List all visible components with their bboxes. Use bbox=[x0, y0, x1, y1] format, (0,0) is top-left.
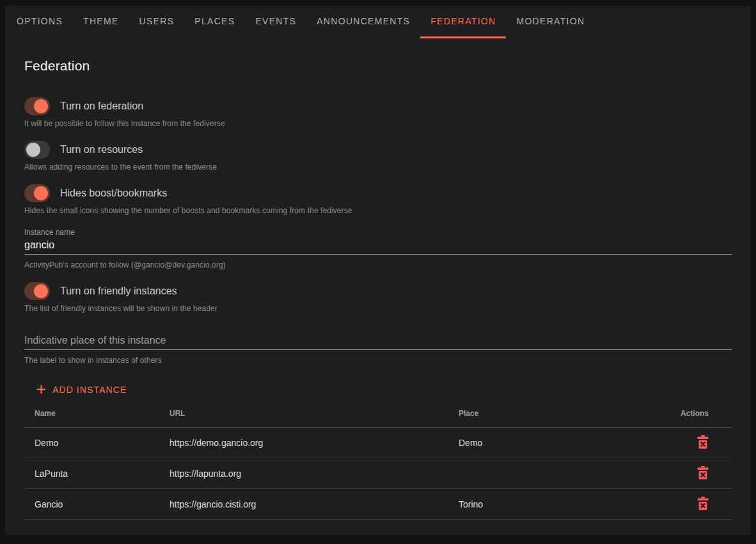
resources-toggle-hint: Allows adding resources to the event fro… bbox=[24, 163, 732, 172]
instance-place-cell bbox=[448, 458, 659, 489]
table-row: Gancio https://gancio.cisti.org Torino bbox=[24, 489, 732, 520]
instance-name-cell: Gancio bbox=[24, 489, 159, 520]
tab-moderation[interactable]: MODERATION bbox=[506, 6, 595, 38]
tab-options[interactable]: OPTIONS bbox=[6, 6, 73, 38]
tab-theme[interactable]: THEME bbox=[73, 6, 129, 38]
page-title: Federation bbox=[24, 59, 732, 72]
table-row: LaPunta https://lapunta.org bbox=[24, 458, 732, 489]
switch-thumb bbox=[34, 186, 48, 200]
switch-thumb bbox=[34, 284, 48, 298]
table-header-place: Place bbox=[448, 409, 659, 428]
admin-settings-card: OPTIONS THEME USERS PLACES EVENTS ANNOUN… bbox=[5, 6, 751, 535]
admin-tabbar: OPTIONS THEME USERS PLACES EVENTS ANNOUN… bbox=[5, 6, 751, 38]
add-instance-button[interactable]: ADD INSTANCE bbox=[32, 381, 130, 397]
switch-thumb bbox=[26, 143, 40, 157]
instance-name-label: Instance name bbox=[24, 228, 732, 237]
federation-settings-panel: Federation Turn on federation It will be… bbox=[5, 59, 751, 520]
instance-url-cell: https://demo.gancio.org bbox=[159, 428, 448, 458]
delete-instance-icon[interactable] bbox=[697, 497, 709, 510]
instance-name-field: Instance name ActivityPub's account to f… bbox=[24, 228, 732, 269]
table-header-actions: Actions bbox=[659, 409, 732, 428]
resources-toggle-label[interactable]: Turn on resources bbox=[60, 144, 143, 156]
instance-place-field: The label to show in instances of others bbox=[24, 335, 732, 365]
instance-name-cell: LaPunta bbox=[24, 458, 159, 489]
setting-friendly-instances: Turn on friendly instances The list of f… bbox=[24, 282, 732, 313]
tab-places[interactable]: PLACES bbox=[184, 6, 245, 38]
hides-boost-toggle[interactable] bbox=[24, 184, 50, 202]
hides-boost-toggle-label[interactable]: Hides boost/bookmarks bbox=[60, 188, 167, 199]
instances-table: Name URL Place Actions Demo https://demo… bbox=[24, 409, 732, 520]
instance-url-cell: https://lapunta.org bbox=[159, 458, 448, 489]
friendly-instances-toggle[interactable] bbox=[24, 282, 50, 300]
delete-instance-icon[interactable] bbox=[697, 435, 709, 449]
tab-announcements[interactable]: ANNOUNCEMENTS bbox=[306, 6, 420, 38]
friendly-instances-toggle-label[interactable]: Turn on friendly instances bbox=[60, 285, 177, 297]
federation-toggle-label[interactable]: Turn on federation bbox=[60, 100, 143, 112]
instance-place-cell: Demo bbox=[448, 428, 659, 458]
switch-thumb bbox=[34, 99, 48, 113]
instance-name-hint: ActivityPub's account to follow (@gancio… bbox=[24, 260, 732, 269]
tab-users[interactable]: USERS bbox=[129, 6, 185, 38]
instance-name-cell: Demo bbox=[24, 428, 159, 458]
instance-name-input[interactable] bbox=[24, 239, 732, 251]
table-header-url: URL bbox=[159, 409, 448, 428]
instance-url-cell: https://gancio.cisti.org bbox=[159, 489, 448, 520]
plus-icon bbox=[36, 384, 47, 395]
setting-hides-boost: Hides boost/bookmarks Hides the small ic… bbox=[24, 184, 732, 215]
table-row: Demo https://demo.gancio.org Demo bbox=[24, 428, 732, 458]
delete-instance-icon[interactable] bbox=[697, 466, 709, 479]
tab-federation[interactable]: FEDERATION bbox=[420, 6, 506, 38]
federation-toggle-hint: It will be possible to follow this insta… bbox=[24, 119, 732, 128]
add-instance-button-label: ADD INSTANCE bbox=[52, 385, 127, 395]
instance-place-input[interactable] bbox=[24, 335, 732, 346]
table-header-name: Name bbox=[24, 409, 159, 428]
instance-place-cell: Torino bbox=[448, 489, 659, 520]
federation-toggle[interactable] bbox=[24, 97, 50, 115]
setting-turn-on-federation: Turn on federation It will be possible t… bbox=[24, 97, 732, 128]
friendly-instances-toggle-hint: The list of friendly instances will be s… bbox=[24, 304, 732, 313]
hides-boost-toggle-hint: Hides the small icons showing the number… bbox=[24, 206, 732, 215]
resources-toggle[interactable] bbox=[24, 141, 50, 159]
instance-place-hint: The label to show in instances of others bbox=[24, 356, 732, 365]
setting-turn-on-resources: Turn on resources Allows adding resource… bbox=[24, 141, 732, 172]
tab-events[interactable]: EVENTS bbox=[245, 6, 306, 38]
